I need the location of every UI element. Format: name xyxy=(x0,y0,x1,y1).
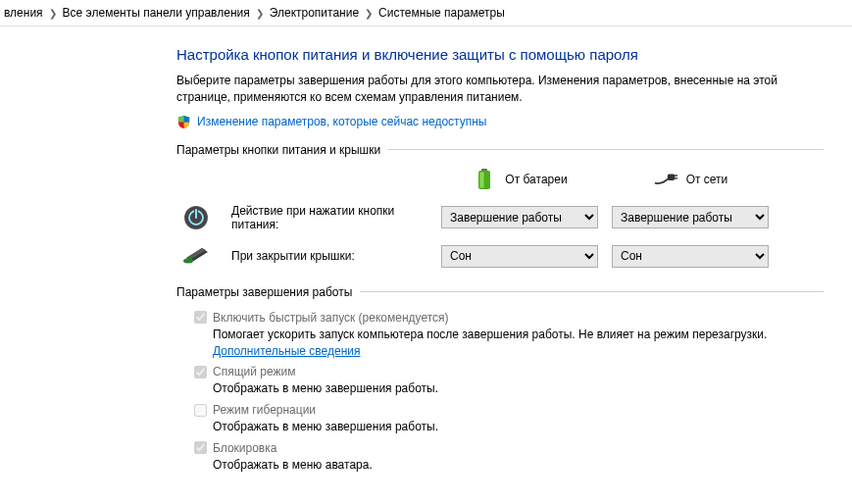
option-title: Блокировка xyxy=(213,441,276,455)
column-header-ac-label: От сети xyxy=(686,173,728,186)
plug-icon xyxy=(653,169,678,190)
divider xyxy=(388,149,824,150)
breadcrumb-item[interactable]: Системные параметры xyxy=(378,6,505,20)
power-button-icon xyxy=(182,205,210,230)
checkbox-fast-startup[interactable] xyxy=(194,311,207,324)
page-title: Настройка кнопок питания и включение защ… xyxy=(176,46,824,63)
lid-icon xyxy=(182,246,210,266)
column-header-ac: От сети xyxy=(612,169,769,190)
option-title: Режим гибернации xyxy=(213,403,316,417)
battery-icon xyxy=(472,169,497,190)
svg-rect-2 xyxy=(480,172,484,187)
breadcrumb-item[interactable]: Все элементы панели управления xyxy=(63,6,250,20)
checkbox-hibernate[interactable] xyxy=(194,404,207,417)
select-power-battery[interactable]: Завершение работы xyxy=(441,206,598,228)
option-description: Отображать в меню аватара. xyxy=(213,457,824,474)
select-lid-ac[interactable]: Сон xyxy=(612,245,769,268)
select-power-ac[interactable]: Завершение работы xyxy=(612,206,769,228)
page-description: Выберите параметры завершения работы для… xyxy=(176,73,824,107)
select-lid-battery[interactable]: Сон xyxy=(441,245,598,268)
option-sleep: Спящий режим Отображать в меню завершени… xyxy=(194,365,824,397)
more-info-link[interactable]: Дополнительные сведения xyxy=(213,344,360,358)
chevron-right-icon: ❯ xyxy=(365,8,373,19)
checkbox-lock[interactable] xyxy=(194,441,207,454)
svg-rect-3 xyxy=(668,174,675,180)
checkbox-sleep[interactable] xyxy=(194,366,207,378)
uac-change-link[interactable]: Изменение параметров, которые сейчас нед… xyxy=(197,115,487,128)
shield-icon xyxy=(176,115,191,129)
shutdown-options: Включить быстрый запуск (рекомендуется) … xyxy=(176,311,824,474)
option-description: Помогает ускорить запуск компьютера посл… xyxy=(213,327,824,360)
uac-link-row: Изменение параметров, которые сейчас нед… xyxy=(176,115,824,129)
divider xyxy=(360,291,824,292)
content-area: Настройка кнопок питания и включение защ… xyxy=(0,26,843,495)
section-header-label: Параметры завершения работы xyxy=(176,285,352,299)
option-description: Отображать в меню завершения работы. xyxy=(213,419,824,435)
svg-rect-4 xyxy=(674,175,677,176)
section-header-label: Параметры кнопки питания и крышки xyxy=(176,143,380,157)
breadcrumb-item[interactable]: вления xyxy=(4,6,43,20)
chevron-right-icon: ❯ xyxy=(256,8,264,19)
option-hibernate: Режим гибернации Отображать в меню завер… xyxy=(194,403,824,435)
breadcrumb-item[interactable]: Электропитание xyxy=(270,6,359,20)
row-label-power: Действие при нажатии кнопки питания: xyxy=(231,204,427,231)
row-label-lid: При закрытии крышки: xyxy=(231,249,427,263)
option-title: Включить быстрый запуск (рекомендуется) xyxy=(213,311,449,325)
option-title: Спящий режим xyxy=(213,365,295,378)
option-description: Отображать в меню завершения работы. xyxy=(213,380,824,397)
column-header-battery: От батареи xyxy=(441,169,598,190)
column-header-battery-label: От батареи xyxy=(505,173,567,186)
section-header-buttons: Параметры кнопки питания и крышки xyxy=(176,143,824,157)
svg-rect-5 xyxy=(674,177,677,178)
option-fast-startup: Включить быстрый запуск (рекомендуется) … xyxy=(194,311,824,360)
power-settings-grid: От батареи От сети xyxy=(182,169,824,268)
chevron-right-icon: ❯ xyxy=(49,8,57,19)
section-header-shutdown: Параметры завершения работы xyxy=(176,285,824,299)
breadcrumb: вления ❯ Все элементы панели управления … xyxy=(0,0,852,26)
option-lock: Блокировка Отображать в меню аватара. xyxy=(194,441,824,474)
